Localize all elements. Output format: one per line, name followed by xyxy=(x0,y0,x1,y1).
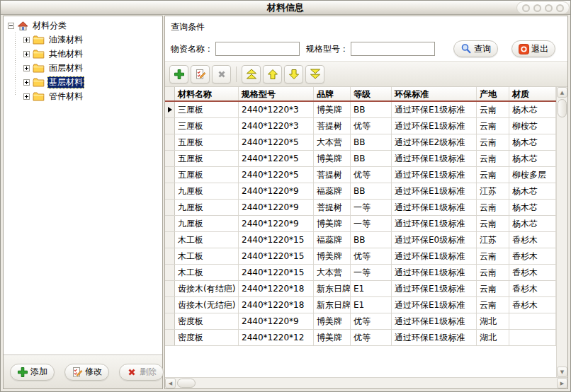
table-header-cell[interactable]: 环保标准 xyxy=(392,87,477,100)
exit-button-label: 退出 xyxy=(531,43,548,55)
tree-item[interactable]: 其他材料 xyxy=(23,47,161,61)
window-control-icon[interactable] xyxy=(522,4,530,12)
toolbar xyxy=(165,62,567,87)
table-row[interactable]: 九厘板2440*1220*9博美牌一等通过环保E1级标准云南杨木芯 xyxy=(165,216,556,232)
search-button[interactable]: 查询 xyxy=(453,40,498,57)
table-cell: BB xyxy=(351,232,392,248)
expand-icon[interactable] xyxy=(23,93,30,100)
table-row[interactable]: 齿接木(无结疤)2440*1220*18新东日牌E1通过环保E1级标准云南香杉木 xyxy=(165,297,556,313)
scroll-left-icon[interactable]: ◀ xyxy=(165,378,176,388)
expand-icon[interactable] xyxy=(23,51,30,57)
table-header-cell[interactable]: 产地 xyxy=(477,87,509,100)
row-selector-cell[interactable] xyxy=(165,265,175,280)
expand-icon[interactable] xyxy=(23,79,30,86)
table-cell: 菩提树 xyxy=(314,118,351,134)
table-row[interactable]: 密度板2440*1220*9博美牌优等通过环保E1级标准湖北 xyxy=(165,313,556,330)
table-cell: BB xyxy=(351,134,392,150)
table-cell: 密度板 xyxy=(175,313,239,329)
horizontal-scroll-thumb[interactable] xyxy=(177,379,196,388)
edit-button[interactable]: 修改 xyxy=(64,364,109,381)
next-toolbar-button[interactable] xyxy=(284,65,303,83)
row-selector-cell[interactable] xyxy=(165,200,175,215)
scroll-up-icon[interactable]: ▲ xyxy=(557,87,567,98)
window-control-icon[interactable] xyxy=(545,4,553,12)
table-row[interactable]: 五厘板2440*1220*5菩提树优等通过环保E1级标准云南柳桉多层 xyxy=(165,167,556,183)
table-header-cell[interactable]: 等级 xyxy=(351,87,392,100)
horizontal-scrollbar[interactable]: ◀ ▶ xyxy=(165,377,567,388)
table-cell: 新东日牌 xyxy=(314,281,351,296)
tree-item[interactable]: 管件材料 xyxy=(23,89,161,103)
row-selector-cell[interactable] xyxy=(165,297,175,313)
table-row[interactable]: 九厘板2440*1220*9福蕊牌BB通过环保E1级标准江苏杨木芯 xyxy=(165,183,556,200)
window-control-icon[interactable] xyxy=(533,4,541,12)
table-cell: 云南 xyxy=(477,297,509,313)
table-row[interactable]: 木工板2440*1220*15大本营一等通过环保E1级标准云南香杉木 xyxy=(165,265,556,281)
expand-icon[interactable] xyxy=(23,37,30,43)
table-header-cell[interactable]: 品牌 xyxy=(314,87,351,100)
first-toolbar-button[interactable] xyxy=(242,65,261,83)
table-row[interactable]: 木工板2440*1220*15福蕊牌BB通过环保E0级标准江苏香杉木 xyxy=(165,232,556,248)
window-control-icon[interactable] xyxy=(556,4,564,12)
row-selector-cell[interactable] xyxy=(165,183,175,199)
row-selector-cell[interactable] xyxy=(165,151,175,166)
row-selector-cell[interactable] xyxy=(165,102,175,117)
row-selector-cell[interactable] xyxy=(165,313,175,329)
scroll-down-icon[interactable]: ▼ xyxy=(557,367,567,377)
table-header-cell[interactable]: 材质 xyxy=(509,87,556,100)
row-selector-cell[interactable] xyxy=(165,232,175,248)
table-row[interactable]: 密度板2440*1220*12博美牌优等通过环保E1级标准湖北 xyxy=(165,330,556,346)
table-cell: 2440*1220*9 xyxy=(239,183,314,199)
edit-toolbar-button[interactable] xyxy=(191,65,210,83)
previous-toolbar-button[interactable] xyxy=(263,65,282,83)
table-cell: 博美牌 xyxy=(314,151,351,166)
vertical-scroll-thumb[interactable] xyxy=(558,99,567,117)
add-toolbar-button[interactable] xyxy=(169,65,188,83)
table-cell: 福蕊牌 xyxy=(314,183,351,199)
tree-item[interactable]: 油漆材料 xyxy=(23,33,161,47)
table-cell: 通过环保E1级标准 xyxy=(392,313,477,329)
row-selector-cell[interactable] xyxy=(165,216,175,231)
table-row[interactable]: 五厘板2440*1220*5大本营BB通过环保E2级标准云南杨木芯 xyxy=(165,134,556,151)
table-row[interactable]: 九厘板2440*1220*9菩提树一等通过环保E1级标准云南杨木芯 xyxy=(165,200,556,216)
scroll-right-icon[interactable]: ▶ xyxy=(557,378,567,388)
expand-icon[interactable] xyxy=(23,65,30,71)
search-icon xyxy=(460,43,472,54)
table-cell: 杨木芯 xyxy=(509,151,556,166)
table-cell: 菩提树 xyxy=(314,200,351,215)
folder-icon xyxy=(33,92,45,101)
row-selector-cell[interactable] xyxy=(165,134,175,150)
table-row[interactable]: 三厘板2440*1220*3菩提树优等通过环保E1级标准云南柳桉芯 xyxy=(165,118,556,134)
table-row[interactable]: 木工板2440*1220*15博美牌优等通过环保E1级标准云南香杉木 xyxy=(165,248,556,265)
table-row[interactable]: 齿接木(有结疤)2440*1220*18新东日牌E1通过环保E1级标准云南香杉木 xyxy=(165,281,556,297)
row-selector-cell[interactable] xyxy=(165,330,175,345)
collapse-icon[interactable] xyxy=(8,23,14,29)
add-button[interactable]: 添加 xyxy=(10,364,55,381)
table-cell: 博美牌 xyxy=(314,216,351,231)
plus-icon xyxy=(174,69,185,80)
vertical-scrollbar[interactable]: ▲ ▼ xyxy=(556,87,567,377)
table-body: 三厘板2440*1220*3博美牌BB通过环保E1级标准云南杨木芯三厘板2440… xyxy=(165,102,556,346)
row-selector-cell[interactable] xyxy=(165,118,175,134)
table-row[interactable]: 三厘板2440*1220*3博美牌BB通过环保E1级标准云南杨木芯 xyxy=(165,102,556,118)
exit-button[interactable]: 退出 xyxy=(511,40,555,57)
material-name-input[interactable] xyxy=(215,42,300,56)
table-row[interactable]: 五厘板2440*1220*5博美牌BB通过环保E1级标准云南杨木芯 xyxy=(165,151,556,167)
material-name-label: 物资名称： xyxy=(171,43,213,55)
spec-model-input[interactable] xyxy=(351,42,435,56)
home-icon xyxy=(17,21,28,31)
tree-item[interactable]: 面层材料 xyxy=(23,61,161,75)
table-cell: 九厘板 xyxy=(175,216,239,231)
tree-root-node[interactable]: 材料分类 xyxy=(8,19,161,33)
table-cell: 云南 xyxy=(477,216,509,231)
row-selector-cell[interactable] xyxy=(165,167,175,183)
tree-item[interactable]: 基层材料 xyxy=(23,75,161,89)
row-selector-cell[interactable] xyxy=(165,281,175,296)
row-selector-cell[interactable] xyxy=(165,248,175,264)
table-cell: 大本营 xyxy=(314,265,351,280)
table-header-cell[interactable]: 材料名称 xyxy=(175,87,239,100)
delete-button[interactable]: 删除 xyxy=(119,364,164,381)
table-cell: 2440*1220*15 xyxy=(239,232,314,248)
table-header-cell[interactable]: 规格型号 xyxy=(239,87,314,100)
delete-toolbar-button[interactable] xyxy=(212,65,231,83)
last-toolbar-button[interactable] xyxy=(305,65,324,83)
